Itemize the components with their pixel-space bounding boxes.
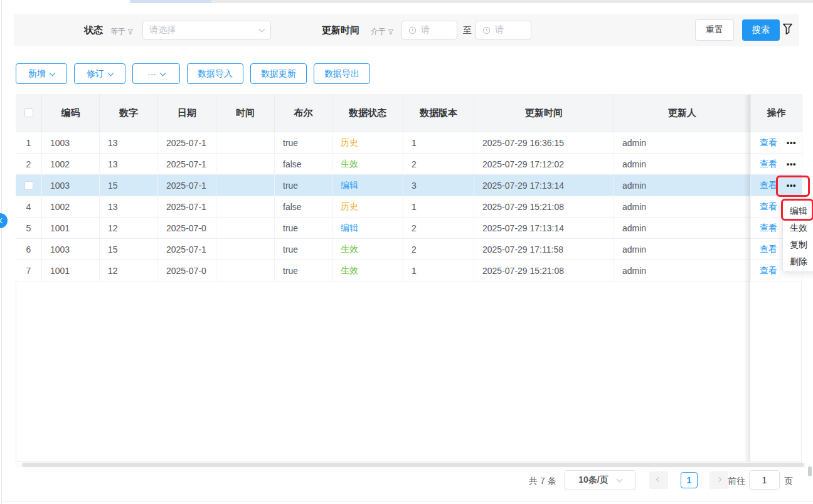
header-updated-at: 更新时间: [474, 94, 614, 132]
filter-toggle-icon[interactable]: [783, 23, 792, 34]
cell-number: 13: [100, 154, 158, 175]
table-row: 2 1002 13 2025-07-1 false 生效 2 2025-07-2…: [16, 154, 802, 175]
table-header-row: 编码 数字 日期 时间 布尔 数据状态 数据版本 更新时间 更新人 操作: [16, 94, 802, 132]
cell-date: 2025-07-0: [158, 218, 216, 239]
view-link[interactable]: 查看: [760, 223, 777, 234]
row-more-icon[interactable]: •••: [787, 140, 796, 146]
cell-date: 2025-07-1: [158, 239, 216, 260]
status-operator[interactable]: 等于: [110, 26, 134, 37]
chevron-down-icon: [616, 476, 622, 483]
row-index: 2: [16, 154, 42, 175]
page-left-border: [1, 0, 2, 504]
next-page-button[interactable]: [709, 471, 728, 489]
time-to-placeholder: 请: [495, 24, 504, 36]
tab-strip-active-segment: [130, 0, 211, 3]
chevron-right-icon: [716, 476, 721, 481]
cell-code: 1001: [42, 260, 100, 281]
horizontal-scrollbar-thumb[interactable]: [22, 463, 804, 467]
table-row: 7 1001 12 2025-07-0 true 生效 1 2025-07-29…: [16, 260, 802, 281]
view-link[interactable]: 查看: [760, 244, 777, 255]
cell-bool: true: [275, 218, 332, 239]
sidebar-collapse-button[interactable]: [0, 213, 8, 228]
cell-code: 1003: [42, 239, 100, 260]
reset-button[interactable]: 重置: [695, 19, 734, 41]
cell-bool: true: [275, 239, 332, 260]
time-operator[interactable]: 介于: [371, 26, 394, 37]
status-filter-label: 状态: [84, 24, 103, 36]
page-bottom-border: [2, 501, 813, 501]
time-from-input[interactable]: 请: [401, 21, 457, 39]
cell-actions: 查看 •••: [751, 154, 802, 175]
cell-status: 生效: [332, 260, 403, 281]
table-row: 4 1002 13 2025-07-1 false 历史 1 2025-07-2…: [16, 196, 802, 218]
cell-version: 1: [403, 132, 474, 154]
row-index: 5: [16, 218, 42, 239]
cell-code: 1003: [42, 132, 100, 154]
cell-version: 1: [403, 260, 474, 281]
cell-version: 2: [403, 154, 474, 175]
row-index: 7: [16, 260, 42, 281]
cell-updated-by: admin: [614, 239, 751, 260]
fixed-column-shadow: [744, 95, 750, 461]
row-more-icon[interactable]: •••: [787, 161, 796, 167]
time-to-input[interactable]: 请: [476, 21, 531, 39]
status-select[interactable]: 请选择: [142, 21, 271, 39]
more-actions-button[interactable]: ···: [132, 63, 180, 84]
cell-time: [216, 132, 275, 154]
cell-actions: 查看 •••: [751, 132, 802, 154]
cell-updated-at: 2025-07-29 15:21:08: [474, 260, 614, 281]
cell-updated-at: 2025-07-29 15:21:08: [474, 196, 614, 218]
page-size-select[interactable]: 10条/页: [565, 470, 635, 490]
view-link[interactable]: 查看: [760, 180, 777, 191]
cell-updated-by: admin: [614, 132, 751, 154]
row-index: 4: [16, 196, 42, 218]
select-all-checkbox[interactable]: [24, 108, 33, 117]
prev-page-button[interactable]: [649, 471, 668, 489]
data-update-button[interactable]: 数据更新: [250, 63, 307, 84]
cell-number: 15: [100, 175, 158, 196]
cell-date: 2025-07-0: [158, 260, 216, 281]
data-import-button[interactable]: 数据导入: [187, 63, 243, 84]
header-date: 日期: [158, 94, 216, 132]
annotation-box-row-more: [776, 176, 810, 197]
cell-updated-by: admin: [614, 196, 751, 218]
horizontal-scrollbar: [16, 463, 809, 468]
menu-item-copy[interactable]: 复制: [783, 236, 813, 253]
funnel-icon: [127, 29, 134, 35]
header-number: 数字: [100, 94, 158, 132]
view-link[interactable]: 查看: [760, 265, 777, 276]
add-button[interactable]: 新增: [16, 63, 67, 84]
current-page-button[interactable]: 1: [681, 472, 698, 488]
menu-item-activate[interactable]: 生效: [783, 219, 813, 236]
row-checkbox[interactable]: [24, 181, 33, 190]
cell-version: 1: [403, 196, 474, 218]
header-time: 时间: [216, 94, 275, 132]
view-link[interactable]: 查看: [760, 159, 777, 170]
header-updated-by: 更新人: [614, 94, 751, 132]
view-link[interactable]: 查看: [760, 201, 777, 213]
goto-page-input[interactable]: [749, 470, 780, 490]
cell-code: 1002: [42, 196, 100, 218]
vertical-scrollbar-thumb[interactable]: [808, 466, 812, 476]
update-time-filter-label: 更新时间: [322, 24, 359, 36]
cell-time: [216, 239, 275, 260]
search-button[interactable]: 搜索: [742, 19, 780, 41]
data-export-button[interactable]: 数据导出: [314, 63, 370, 84]
revise-button[interactable]: 修订: [74, 63, 125, 84]
menu-item-delete[interactable]: 删除: [783, 253, 813, 270]
view-link[interactable]: 查看: [760, 137, 777, 149]
header-actions: 操作: [751, 94, 802, 132]
cell-version: 2: [403, 218, 474, 239]
clock-icon: [408, 26, 417, 34]
clock-icon: [482, 26, 491, 34]
cell-updated-by: admin: [614, 154, 751, 175]
funnel-icon: [388, 29, 394, 35]
cell-updated-at: 2025-07-29 17:13:14: [474, 175, 614, 196]
cell-date: 2025-07-1: [158, 132, 216, 154]
cell-updated-at: 2025-07-29 17:12:02: [474, 154, 614, 175]
cell-code: 1003: [42, 175, 100, 196]
header-data-version: 数据版本: [403, 94, 474, 132]
cell-time: [216, 175, 275, 196]
cell-updated-at: 2025-07-29 16:36:15: [474, 132, 614, 154]
time-from-placeholder: 请: [421, 24, 430, 36]
